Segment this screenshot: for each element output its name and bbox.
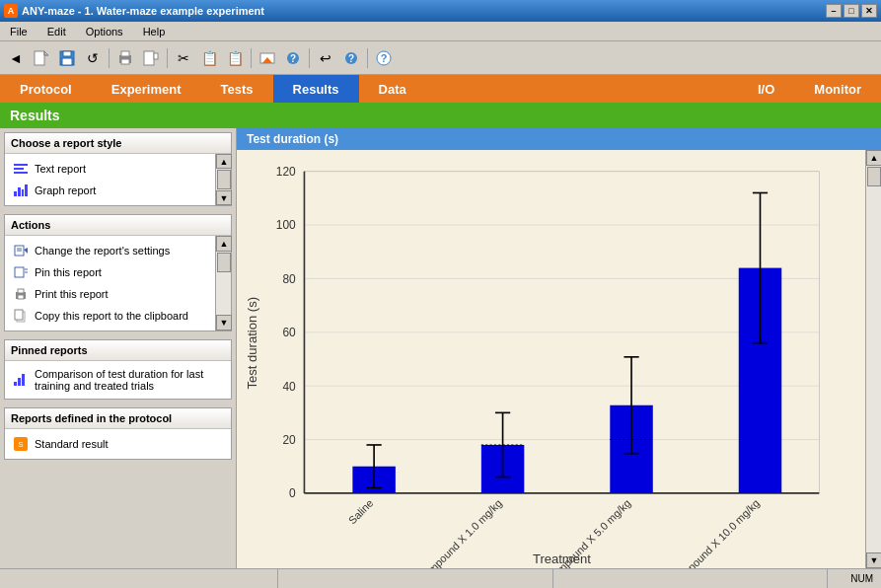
nav-tab-monitor[interactable]: Monitor [794,75,881,103]
maximize-button[interactable]: □ [844,4,859,18]
toolbar: ◄ ↺ ✂ 📋 📋 ? ↩ ? ? [0,41,881,75]
pin-report-label: Pin this report [35,266,102,278]
graph-report-icon [13,183,29,198]
actions-scrollbar[interactable]: ▲ ▼ [215,236,231,331]
scroll-track [216,169,231,190]
toolbar-undo[interactable]: ↺ [81,46,105,70]
toolbar-btn3[interactable]: ? [339,46,363,70]
nav-tab-data[interactable]: Data [359,75,426,103]
svg-text:20: 20 [282,433,296,447]
toolbar-separator-1 [109,48,110,68]
nav-tab-experiment[interactable]: Experiment [92,75,201,103]
toolbar-separator-4 [309,48,310,68]
choose-report-content: Text report Graph report ▲ [5,154,231,205]
svg-text:100: 100 [276,218,296,232]
svg-rect-6 [62,58,72,65]
toolbar-back[interactable]: ◄ [4,46,28,70]
toolbar-copy[interactable]: 📋 [197,46,221,70]
toolbar-redo[interactable]: ↩ [314,46,337,70]
actions-scroll-up[interactable]: ▲ [216,236,232,252]
status-pane-1 [4,569,278,588]
print-report-item[interactable]: Print this report [9,283,213,305]
minimize-button[interactable]: – [826,4,842,18]
toolbar-save[interactable] [55,46,79,70]
print-report-label: Print this report [35,288,109,300]
change-settings-item[interactable]: Change the report's settings [9,240,213,261]
copy-report-item[interactable]: Copy this report to the clipboard [9,305,213,327]
toolbar-btn1[interactable] [256,46,279,70]
protocol-reports-section: Reports defined in the protocol S Standa… [4,407,232,460]
pinned-report-label: Comparison of test duration for last tra… [35,368,223,392]
nav-tab-protocol[interactable]: Protocol [0,75,92,103]
nav-tab-results[interactable]: Results [273,75,359,103]
actions-scroll-track [216,252,231,315]
left-panel: Choose a report style Text report [0,128,237,568]
svg-text:80: 80 [282,272,296,286]
svg-rect-5 [63,51,71,56]
scroll-thumb[interactable] [217,170,231,189]
toolbar-cut[interactable]: ✂ [172,46,195,70]
chart-scroll-up[interactable]: ▲ [866,150,881,166]
chart-header: Test duration (s) [237,128,881,150]
scroll-up[interactable]: ▲ [216,154,232,169]
pinned-reports-section: Pinned reports Comparison of test durati… [4,339,232,400]
svg-rect-10 [144,51,154,65]
actions-scroll-thumb[interactable] [217,253,231,272]
chart-scroll-down[interactable]: ▼ [866,552,881,568]
menu-help[interactable]: Help [137,24,172,39]
menu-edit[interactable]: Edit [41,24,72,39]
pinned-reports-content: Comparison of test duration for last tra… [5,361,231,399]
actions-header: Actions [5,215,231,236]
scroll-down[interactable]: ▼ [216,190,232,205]
close-button[interactable]: ✕ [861,4,877,18]
svg-text:Test duration (s): Test duration (s) [245,297,259,389]
results-header: Results [0,103,881,128]
chart-scrollbar[interactable]: ▲ ▼ [865,150,881,568]
nav-tab-right: I/O Monitor [738,75,881,103]
actions-content: Change the report's settings Pin this re… [5,236,231,331]
pinned-reports-header: Pinned reports [5,340,231,361]
toolbar-help[interactable]: ? [372,46,396,70]
chart-area: 0 20 40 60 80 100 [237,150,865,568]
choose-report-scrollbar[interactable]: ▲ ▼ [215,154,231,205]
svg-text:?: ? [381,52,388,64]
svg-text:?: ? [290,53,296,64]
standard-result-item[interactable]: S Standard result [9,433,227,455]
actions-scroll-down[interactable]: ▼ [216,315,232,331]
menu-file[interactable]: File [4,24,34,39]
window-controls[interactable]: – □ ✕ [826,4,877,18]
graph-report-item[interactable]: Graph report [9,180,213,201]
status-num: NUM [850,573,873,584]
svg-rect-28 [18,289,24,293]
pin-report-item[interactable]: Pin this report [9,261,213,283]
nav-tab-io[interactable]: I/O [738,75,794,103]
standard-result-icon: S [13,436,29,452]
svg-rect-24 [15,267,24,277]
chart-scroll-thumb[interactable] [867,167,881,186]
protocol-reports-header: Reports defined in the protocol [5,408,231,429]
pinned-report-item[interactable]: Comparison of test duration for last tra… [9,365,227,395]
app-icon: A [4,4,18,18]
toolbar-new[interactable] [30,46,53,70]
svg-text:40: 40 [282,380,296,394]
graph-report-label: Graph report [35,184,96,196]
toolbar-paste[interactable]: 📋 [223,46,247,70]
toolbar-separator-2 [167,48,168,68]
toolbar-preview[interactable] [139,46,163,70]
window-title: ANY-maze - 1. Water-maze example experim… [22,5,264,17]
pinned-chart-icon [13,372,29,388]
text-report-item[interactable]: Text report [9,158,213,180]
svg-rect-31 [15,310,23,320]
text-report-icon [13,161,29,177]
print-icon [13,286,29,302]
toolbar-btn2[interactable]: ? [281,46,305,70]
pin-icon [13,264,29,280]
svg-rect-11 [154,53,158,59]
nav-tab-tests[interactable]: Tests [201,75,273,103]
chart-svg: 0 20 40 60 80 100 [237,150,865,568]
menu-options[interactable]: Options [80,24,129,39]
svg-text:0: 0 [289,486,296,500]
results-title: Results [10,108,60,123]
toolbar-print[interactable] [113,46,137,70]
copy-report-label: Copy this report to the clipboard [35,310,188,322]
